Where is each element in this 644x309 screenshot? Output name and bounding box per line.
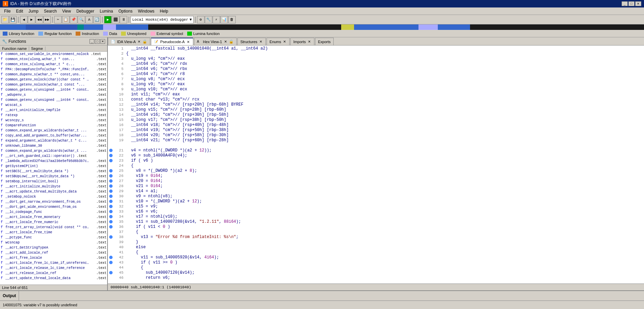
code-line[interactable]: 46 return v6; — [108, 275, 644, 280]
menu-lumina[interactable]: Lumina — [97, 8, 116, 14]
back-button[interactable]: ◀ — [20, 16, 27, 23]
tab-close-ida[interactable]: ✕ — [137, 40, 141, 44]
code-line[interactable]: 22 v6 = sub_14000A4F0(v4); — [108, 153, 644, 158]
tab-exports[interactable]: Exports — [315, 38, 334, 45]
function-list-item[interactable]: f setSBUpLow(__ort_multibyte_data *) .te… — [0, 174, 107, 179]
function-list-item[interactable]: f _lambda_ad1ced32f4ac17aa236e5ef05d6b3b… — [0, 159, 107, 164]
tab-close-structures[interactable]: ✕ — [259, 40, 263, 44]
code-line[interactable]: 5 __int64 v6; "cm">// rbx — [108, 67, 644, 72]
function-list-item[interactable]: f common_expand_argv_wildcards(wchar_t .… — [0, 128, 107, 133]
function-list-item[interactable]: f common_dupenv_s(wchar_t ** const,uns..… — [0, 72, 107, 77]
code-line[interactable]: 30 v9 = ntohl(v8); — [108, 194, 644, 199]
code-line[interactable]: 19 __int64 v21; "cm">// [rsp+60h] [rbp-2… — [108, 138, 644, 143]
nav3-button[interactable]: ◀◀ — [36, 16, 43, 23]
tab-close-imports[interactable]: ✕ — [307, 40, 311, 44]
function-list-item[interactable]: f __acrt_add_locale_ref .text — [0, 250, 107, 255]
code-line[interactable]: 21 v4 = ntohl(*(_DWORD *)(a2 + 12)); — [108, 148, 644, 153]
tab-hex-view-1[interactable]: A Hex View-1 ✕ 🔒 — [194, 38, 237, 45]
function-list-item[interactable]: f __dort_get_wide_environment_from_os .t… — [0, 204, 107, 210]
menu-windows[interactable]: Windows — [135, 8, 157, 14]
code-line[interactable]: 7 u_long v8; "cm">// ecx — [108, 77, 644, 82]
minimize-button[interactable]: _ — [622, 1, 628, 6]
function-list-item[interactable]: f common_getenv_nolock(char)(char const … — [0, 77, 107, 82]
code-line[interactable]: 2{ — [108, 51, 644, 56]
menu-jump[interactable]: Jump — [26, 8, 41, 14]
panel-close[interactable]: ✕ — [100, 39, 105, 44]
nav4-button[interactable]: ▶▶ — [43, 16, 51, 23]
function-list-item[interactable]: f __ort_seh_guarded_call::operator() .te… — [0, 153, 107, 159]
code-line[interactable]: 25 v8 = *(_DWORD *)(a2 + 8); — [108, 168, 644, 174]
code-line[interactable]: 42 v11 = sub_140005920(&v14, 4i64); — [108, 255, 644, 260]
edit3-button[interactable]: 📌 — [70, 16, 77, 23]
code-line[interactable]: 1 __int64 __fastcall sub_140001040(__int… — [108, 46, 644, 51]
functions-list[interactable]: f common_set_variable_in_environment_nol… — [0, 52, 107, 285]
stop-button[interactable]: ⬛ — [112, 16, 119, 23]
function-list-item[interactable]: f wcscat_s .text — [0, 103, 107, 108]
code-line[interactable]: 4 __int64 v5; "cm">// rdx — [108, 61, 644, 67]
code-line[interactable]: 38 v13 = "Error %d from inflateInit: %s\… — [108, 235, 644, 240]
function-list-item[interactable]: f __acrt_locale_free_monetary .text — [0, 215, 107, 220]
code-line[interactable]: 41 { — [108, 250, 644, 255]
function-list-item[interactable]: f common_getenv_nolock(wchar_t const *..… — [0, 82, 107, 87]
code-line[interactable]: 3 u_long v4; "cm">// eax — [108, 56, 644, 61]
function-list-item[interactable]: f __acrt_update_thread_locale_data .text — [0, 276, 107, 281]
green-button[interactable]: ▶ — [104, 16, 112, 23]
tab-close-hex[interactable]: ✕ — [223, 40, 228, 44]
maximize-button[interactable]: □ — [628, 1, 635, 6]
debug3-button[interactable]: ⚡ — [213, 16, 220, 23]
code-line[interactable]: 37 { — [108, 230, 644, 235]
function-list-item[interactable]: f __acrt_locale_free_numeric .text — [0, 220, 107, 225]
nav-strip[interactable] — [0, 24, 644, 30]
function-list-item[interactable]: f __acrt_locale_free_time .text — [0, 230, 107, 235]
code-view[interactable]: 1 __int64 __fastcall sub_140001040(__int… — [108, 46, 644, 284]
function-list-item[interactable]: f free_crt_array_internal(void const ** … — [0, 225, 107, 230]
code-line[interactable]: 40 else — [108, 245, 644, 250]
code-line[interactable]: 33 v16 = v6; — [108, 209, 644, 214]
function-list-item[interactable]: f __acrt_uninitialize_tmpfile .text — [0, 108, 107, 113]
code-line[interactable]: 17 __int64 v19; "cm">// [rsp+50h] [rbp-3… — [108, 128, 644, 133]
edit4-button[interactable]: 🔍 — [78, 16, 85, 23]
function-list-item[interactable]: f expand_argument_wildcards(wchar_t * c.… — [0, 138, 107, 143]
function-list-item[interactable]: f common_expand_argv_wildcards(wchar_t .… — [0, 148, 107, 153]
code-line[interactable]: 12 __int64 v14; "cm">// [rsp+20h] [rbp-6… — [108, 102, 644, 107]
code-line[interactable]: 10 int v11; "cm">// eax — [108, 92, 644, 97]
forward-button[interactable]: ▶ — [28, 16, 35, 23]
code-line[interactable]: 16 __int64 v18; "cm">// [rsp+40h] [rbp-4… — [108, 123, 644, 128]
pause-button[interactable]: ⏸ — [120, 16, 127, 23]
code-line[interactable]: 18 __int64 v20; "cm">// [rsp+58h] [rbp-3… — [108, 133, 644, 138]
function-list-item[interactable]: f common_getenv_s(unsigned __int64 * con… — [0, 97, 107, 103]
panel-minimize[interactable]: _ — [90, 39, 94, 44]
code-line[interactable]: 23 if ( v6 ) — [108, 158, 644, 163]
function-list-item[interactable]: f getSystemCP(int) .text — [0, 164, 107, 169]
code-line[interactable]: 11 const char *v13; "cm">// rcx — [108, 97, 644, 102]
code-line[interactable]: 29 v14 = a1; — [108, 189, 644, 194]
tab-close-enums[interactable]: ✕ — [282, 40, 287, 44]
panel-restore[interactable]: □ — [95, 39, 100, 44]
code-line[interactable]: 32 v15 = v9; — [108, 204, 644, 209]
open-button[interactable]: 📁 — [1, 16, 9, 23]
function-list-item[interactable]: f setmbop_internal(int,bool) .text — [0, 179, 107, 184]
code-line[interactable]: 36 if ( v11 < 0 ) — [108, 224, 644, 230]
save-button[interactable]: 💾 — [9, 16, 17, 23]
tab-imports[interactable]: Imports ✕ — [290, 38, 314, 45]
function-list-item[interactable]: f __acrt_free_locale .text — [0, 255, 107, 260]
code-line[interactable] — [108, 143, 644, 148]
code-line[interactable]: 9 u_long v10; "cm">// ecx — [108, 87, 644, 92]
tab-close-pseudo[interactable]: ✕ — [186, 40, 190, 44]
code-line[interactable]: 8 u_long v9; "cm">// eax — [108, 82, 644, 87]
debug5-button[interactable]: 🗑 — [228, 16, 236, 23]
function-list-item[interactable]: f CompareFunction .text — [0, 123, 107, 128]
menu-help[interactable]: Help — [157, 8, 171, 14]
function-list-item[interactable]: f FM4::DecompFuncInfo(uchar *,FM4::FuncI… — [0, 67, 107, 72]
tab-pseudocode-a[interactable]: 📝 Pseudocode-A ✕ — [151, 38, 193, 45]
function-list-item[interactable]: f common_ntox(ulong,wchar_t * con... .te… — [0, 57, 107, 62]
code-line[interactable]: 35 v11 = sub_140007280(&v14, "1.2.11", 8… — [108, 219, 644, 224]
function-list-item[interactable]: f __pctype_func .text — [0, 235, 107, 240]
function-list-item[interactable]: f __acrt_update_thread_multibyte_data .t… — [0, 189, 107, 194]
code-line[interactable]: 44 { — [108, 265, 644, 270]
function-list-item[interactable]: f ratexp .text — [0, 113, 107, 118]
function-list-item[interactable]: f _setmbop_nolock .text — [0, 194, 107, 199]
code-line[interactable]: 28 v21 = 0i64; — [108, 184, 644, 189]
function-list-item[interactable]: f setSBCS(__ort_multibyte_data *) .text — [0, 169, 107, 174]
function-list-item[interactable]: f common_set_variable_in_environment_nol… — [0, 52, 107, 57]
